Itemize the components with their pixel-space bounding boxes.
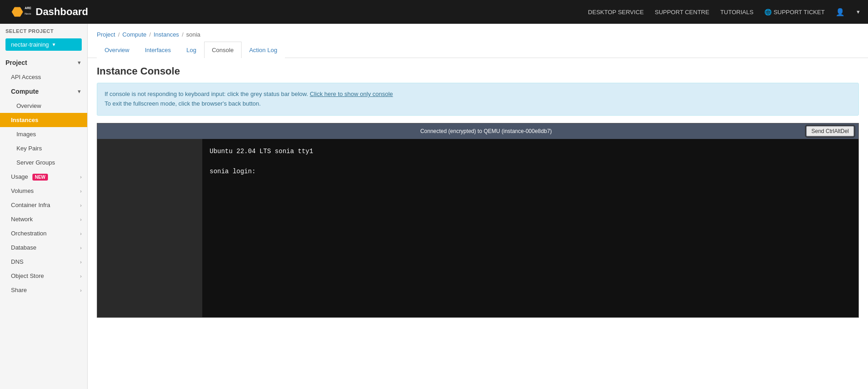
- info-line-1: If console is not responding to keyboard…: [105, 90, 851, 99]
- breadcrumb-sep-1: /: [118, 31, 120, 38]
- top-navbar: ARDC Nectar Dashboard DESKTOP SERVICE SU…: [0, 0, 868, 24]
- show-only-console-link[interactable]: Click here to show only console: [310, 91, 393, 97]
- globe-icon: 🌐: [764, 9, 772, 16]
- console-terminal[interactable]: Ubuntu 22.04 LTS sonia tty1 sonia login:: [202, 139, 858, 317]
- tab-log[interactable]: Log: [179, 42, 204, 58]
- object-store-arrow-icon: ›: [80, 273, 82, 279]
- sidebar-item-orchestration[interactable]: Orchestration ›: [0, 226, 87, 240]
- sidebar: SELECT PROJECT nectar-training ▼ Project…: [0, 24, 88, 389]
- sidebar-item-key-pairs[interactable]: Key Pairs: [0, 141, 87, 155]
- project-selector-button[interactable]: nectar-training ▼: [5, 38, 82, 51]
- breadcrumb-sep-3: /: [182, 31, 184, 38]
- breadcrumb-sonia: sonia: [186, 31, 200, 38]
- terminal-line-3: sonia login:: [210, 166, 851, 176]
- usage-new-badge: NEW: [32, 174, 47, 181]
- navbar-links: DESKTOP SERVICE SUPPORT CENTRE TUTORIALS…: [588, 8, 861, 16]
- tab-overview[interactable]: Overview: [97, 42, 137, 58]
- terminal-output: Ubuntu 22.04 LTS sonia tty1 sonia login:: [210, 146, 851, 177]
- tutorials-link[interactable]: TUTORIALS: [720, 9, 753, 16]
- sidebar-item-images[interactable]: Images: [0, 127, 87, 141]
- info-box: If console is not responding to keyboard…: [97, 83, 859, 116]
- sidebar-item-compute[interactable]: Compute ▼: [0, 84, 87, 99]
- sidebar-project-chevron-icon: ▼: [77, 60, 82, 65]
- breadcrumb: Project / Compute / Instances / sonia: [88, 24, 868, 42]
- console-header: Connected (encrypted) to QEMU (instance-…: [97, 123, 858, 139]
- breadcrumb-project[interactable]: Project: [97, 31, 115, 38]
- console-side-panel: [97, 139, 202, 317]
- sidebar-item-volumes[interactable]: Volumes ›: [0, 184, 87, 198]
- select-project-label: SELECT PROJECT: [0, 24, 87, 37]
- terminal-line-1: Ubuntu 22.04 LTS sonia tty1: [210, 146, 851, 156]
- network-arrow-icon: ›: [80, 217, 82, 222]
- sidebar-item-overview[interactable]: Overview: [0, 99, 87, 113]
- orchestration-arrow-icon: ›: [80, 231, 82, 236]
- sidebar-item-instances[interactable]: Instances: [0, 113, 87, 127]
- console-wrapper: Connected (encrypted) to QEMU (instance-…: [97, 123, 859, 318]
- page-title: Instance Console: [88, 58, 868, 83]
- terminal-line-2: [210, 156, 851, 166]
- tab-console[interactable]: Console: [204, 42, 242, 58]
- tabs-container: Overview Interfaces Log Console Action L…: [88, 42, 868, 58]
- main-layout: SELECT PROJECT nectar-training ▼ Project…: [0, 24, 868, 389]
- share-arrow-icon: ›: [80, 288, 82, 293]
- desktop-service-link[interactable]: DESKTOP SERVICE: [588, 9, 644, 16]
- console-screen[interactable]: Ubuntu 22.04 LTS sonia tty1 sonia login:: [97, 139, 858, 317]
- support-centre-link[interactable]: SUPPORT CENTRE: [655, 9, 709, 16]
- database-arrow-icon: ›: [80, 245, 82, 250]
- sidebar-item-server-groups[interactable]: Server Groups: [0, 155, 87, 170]
- support-ticket-link[interactable]: 🌐 SUPPORT TICKET: [764, 9, 825, 16]
- user-menu-icon[interactable]: 👤: [836, 8, 845, 16]
- sidebar-item-container-infra[interactable]: Container Infra ›: [0, 198, 87, 212]
- breadcrumb-instances[interactable]: Instances: [153, 31, 179, 38]
- nectar-logo-icon: ARDC Nectar: [7, 3, 31, 21]
- send-ctrl-alt-del-button[interactable]: Send CtrlAltDel: [806, 126, 854, 136]
- sidebar-project-label: Project: [5, 59, 27, 66]
- compute-chevron-icon: ▼: [77, 89, 82, 94]
- dropdown-arrow-icon[interactable]: ▼: [856, 9, 861, 15]
- volumes-arrow-icon: ›: [80, 188, 82, 194]
- main-content: Project / Compute / Instances / sonia Ov…: [88, 24, 868, 389]
- dns-arrow-icon: ›: [80, 259, 82, 265]
- sidebar-item-share[interactable]: Share ›: [0, 283, 87, 297]
- sidebar-section-project[interactable]: Project ▼: [0, 55, 87, 70]
- container-infra-arrow-icon: ›: [80, 202, 82, 208]
- tab-interfaces[interactable]: Interfaces: [137, 42, 179, 58]
- project-chevron-icon: ▼: [52, 42, 56, 47]
- info-line-2: To exit the fullscreen mode, click the b…: [105, 99, 851, 109]
- breadcrumb-sep-2: /: [149, 31, 151, 38]
- brand: ARDC Nectar Dashboard: [7, 3, 88, 21]
- sidebar-item-database[interactable]: Database ›: [0, 240, 87, 255]
- breadcrumb-compute[interactable]: Compute: [122, 31, 147, 38]
- sidebar-item-network[interactable]: Network ›: [0, 212, 87, 226]
- svg-text:Nectar: Nectar: [25, 12, 31, 15]
- sidebar-item-dns[interactable]: DNS ›: [0, 255, 87, 269]
- usage-arrow-icon: ›: [80, 174, 82, 180]
- sidebar-item-object-store[interactable]: Object Store ›: [0, 269, 87, 283]
- tab-action-log[interactable]: Action Log: [242, 42, 285, 58]
- brand-title: Dashboard: [36, 6, 88, 18]
- sidebar-item-api-access[interactable]: API Access: [0, 70, 87, 84]
- svg-text:ARDC: ARDC: [25, 6, 31, 10]
- console-status: Connected (encrypted) to QEMU (instance-…: [166, 128, 806, 134]
- sidebar-item-usage[interactable]: Usage NEW ›: [0, 170, 87, 184]
